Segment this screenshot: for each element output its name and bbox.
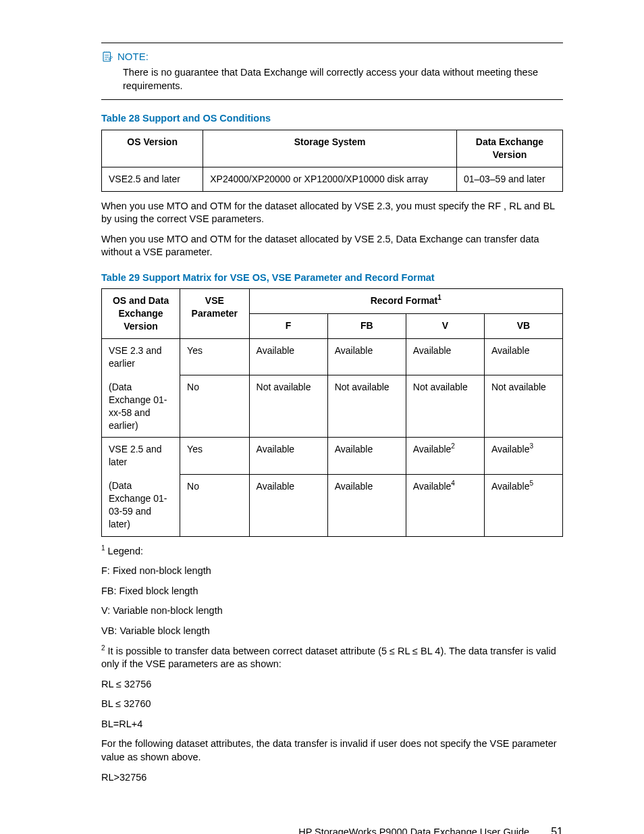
- footnote-1: 1 Legend:: [101, 545, 563, 558]
- t29-h-vse: VSE Parameter: [180, 289, 249, 339]
- fn1-l2: FB: Fixed block length: [101, 585, 563, 598]
- fn1-l4: VB: Variable block length: [101, 625, 563, 638]
- t29-g1r1-vse: Yes: [180, 339, 249, 375]
- fn1-lead: Legend:: [105, 546, 143, 556]
- t29-g2r2-v-text: Available: [413, 481, 452, 492]
- t29-h-fb: FB: [327, 314, 406, 339]
- t28-h-os: OS Version: [102, 130, 203, 167]
- t29-g2r1-v-sup: 2: [451, 443, 455, 450]
- t29-g2r1-vb-text: Available: [491, 444, 530, 454]
- t28-r1c2: XP24000/XP20000 or XP12000/XP10000 disk …: [203, 167, 457, 191]
- t28-h-dex: Data Exchange Version: [456, 130, 562, 167]
- footer-page: 51: [551, 826, 563, 834]
- t28-r1c3: 01–03–59 and later: [456, 167, 562, 191]
- t29-g2-os-b: (Data Exchange 01-03-59 and later): [102, 474, 180, 536]
- t29-g2r2-v: Available4: [406, 474, 484, 536]
- t29-g1r2-vb: Not available: [484, 375, 562, 438]
- rule-bottom: [101, 99, 563, 100]
- t29-g2r1-vse: Yes: [180, 438, 249, 474]
- note-body: There is no guarantee that Data Exchange…: [123, 66, 563, 93]
- t29-h-os: OS and Data Exchange Version: [102, 289, 180, 339]
- t29-g2r1-vb: Available3: [484, 438, 562, 474]
- t29-g1r2-v: Not available: [406, 375, 484, 438]
- fn2-l3: BL=RL+4: [101, 718, 563, 731]
- rule-top: [101, 43, 563, 43]
- para3-l1: RL>32756: [101, 771, 563, 785]
- t29-g1r1-vb: Available: [484, 339, 562, 375]
- table-29-title: Table 29 Support Matrix for VSE OS, VSE …: [101, 271, 563, 285]
- t29-g2r2-v-sup: 4: [451, 479, 455, 487]
- t29-g2r1-f: Available: [249, 438, 327, 474]
- t29-g1r2-f: Not available: [249, 375, 327, 438]
- table-28: OS Version Storage System Data Exchange …: [101, 130, 563, 192]
- footer-title: HP StorageWorks P9000 Data Exchange User…: [298, 827, 529, 834]
- t29-g2r1-v-text: Available: [413, 444, 452, 454]
- t29-g1r2-fb: Not available: [327, 375, 406, 438]
- t29-h-rf: Record Format1: [249, 289, 562, 314]
- t28-h-storage: Storage System: [203, 130, 457, 167]
- t29-h-rf-sup: 1: [437, 294, 441, 302]
- table-29: OS and Data Exchange Version VSE Paramet…: [101, 288, 563, 536]
- t29-h-v: V: [406, 314, 484, 339]
- t29-g2-os-a: VSE 2.5 and later: [102, 438, 180, 474]
- t29-g2r2-f: Available: [249, 474, 327, 536]
- fn2-l1: RL ≤ 32756: [101, 678, 563, 692]
- t29-g1r1-f: Available: [249, 339, 327, 375]
- t29-g1-os-a: VSE 2.3 and earlier: [102, 339, 180, 375]
- fn1-l1: F: Fixed non-block length: [101, 565, 563, 578]
- t29-h-rf-text: Record Format: [371, 295, 438, 306]
- t29-g2r2-vb-sup: 5: [529, 479, 533, 487]
- t28-r1c1: VSE2.5 and later: [102, 167, 203, 191]
- t29-g1r2-vse: No: [180, 375, 249, 438]
- footnote-2: 2 It is possible to transfer data betwee…: [101, 645, 563, 671]
- table-28-title: Table 28 Support and OS Conditions: [101, 112, 563, 126]
- note-header: NOTE:: [101, 50, 563, 63]
- t29-g2r2-fb: Available: [327, 474, 406, 536]
- t29-g2r2-vb: Available5: [484, 474, 562, 536]
- fn1-l3: V: Variable non-block length: [101, 604, 563, 618]
- page-footer: HP StorageWorks P9000 Data Exchange User…: [101, 825, 563, 834]
- t29-g2r1-vb-sup: 3: [529, 443, 533, 450]
- t29-g2r1-v: Available2: [406, 438, 484, 474]
- paragraph-3: For the following dataset attributes, th…: [101, 737, 563, 764]
- note-label: NOTE:: [117, 50, 149, 63]
- paragraph-1: When you use MTO and OTM for the dataset…: [101, 200, 563, 226]
- t29-g1-os-b: (Data Exchange 01-xx-58 and earlier): [102, 375, 180, 438]
- t29-g2r1-fb: Available: [327, 438, 406, 474]
- t29-h-f: F: [249, 314, 327, 339]
- t29-g2r2-vse: No: [180, 474, 249, 536]
- t29-g2r2-vb-text: Available: [491, 481, 530, 492]
- t29-g1r1-v: Available: [406, 339, 484, 375]
- fn2-l2: BL ≤ 32760: [101, 698, 563, 711]
- t29-h-vb: VB: [484, 314, 562, 339]
- t29-g1r1-fb: Available: [327, 339, 406, 375]
- paragraph-2: When you use MTO and OTM for the dataset…: [101, 233, 563, 259]
- fn2-body: It is possible to transfer data between …: [101, 646, 556, 670]
- note-icon: [101, 51, 113, 63]
